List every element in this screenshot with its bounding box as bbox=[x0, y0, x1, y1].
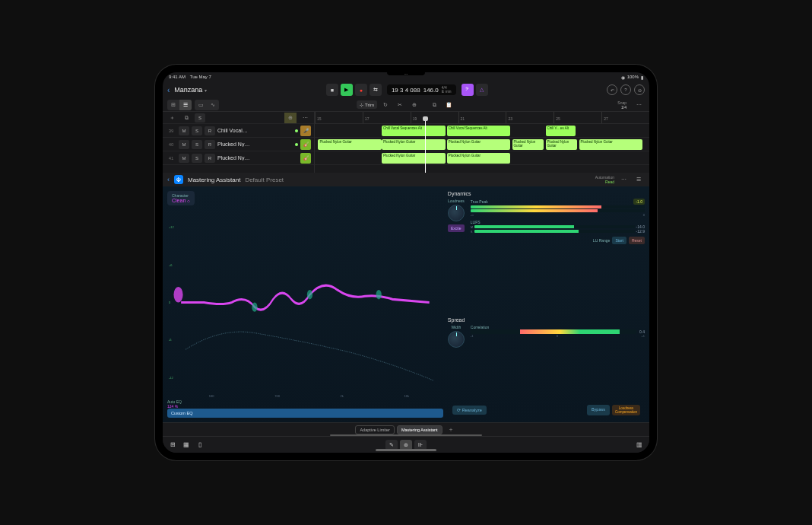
plugin-footer: ⟳Reanalyze Bypass Loudness Compensation bbox=[448, 402, 645, 418]
audio-region[interactable]: Chill Vocal Sequences Alt bbox=[447, 126, 511, 136]
move-tool[interactable]: ⊕ bbox=[408, 100, 420, 110]
solo-button[interactable]: S bbox=[192, 154, 202, 163]
midi-region[interactable]: Plucked Nylon Guitar bbox=[579, 139, 643, 150]
more-button[interactable]: ⋯ bbox=[633, 100, 645, 110]
chevron-down-icon: ▾ bbox=[205, 88, 207, 93]
svg-point-0 bbox=[173, 287, 182, 303]
audio-region[interactable]: Chill Vocal Sequences Alt bbox=[382, 126, 446, 136]
solo-button[interactable]: S bbox=[192, 140, 202, 149]
loudness-comp-button[interactable]: Loudness Compensation bbox=[612, 405, 640, 415]
track-add-region-button[interactable]: ⊕ bbox=[284, 113, 297, 123]
midi-region[interactable]: Plucked Nylon Guitar bbox=[447, 153, 511, 164]
add-plugin-button[interactable]: ＋ bbox=[445, 425, 457, 434]
wifi-icon: ◉ bbox=[621, 75, 625, 80]
plugin-slot[interactable]: Adaptive Limiter bbox=[355, 425, 394, 434]
track-more-button[interactable]: ⋯ bbox=[299, 113, 311, 123]
midi-region[interactable]: Plucked Nylon Guitar bbox=[512, 139, 544, 150]
plugin-back-button[interactable]: ‹ bbox=[167, 176, 170, 183]
help-button[interactable]: ? bbox=[620, 84, 631, 95]
cycle-button[interactable]: ⇆ bbox=[370, 84, 382, 96]
lufs-s-meter bbox=[474, 230, 635, 233]
custom-eq-button[interactable]: Custom EQ bbox=[167, 409, 443, 418]
region-view-button[interactable]: ▭ bbox=[195, 100, 207, 110]
copy-tool[interactable]: ⧉ bbox=[429, 100, 441, 110]
record-arm-button[interactable]: R bbox=[205, 154, 215, 163]
trim-tool[interactable]: ⊹Trim bbox=[357, 100, 377, 109]
plugin-preset[interactable]: Default Preset bbox=[245, 177, 284, 183]
plugin-more-button[interactable]: ⋯ bbox=[617, 174, 630, 185]
automation-view-button[interactable]: ∿ bbox=[207, 100, 219, 110]
midi-region[interactable]: Plucked Nylon Guitar bbox=[546, 139, 578, 150]
project-title[interactable]: Manzana ▾ bbox=[174, 86, 207, 94]
metronome-button[interactable]: △ bbox=[476, 84, 488, 96]
mute-button[interactable]: M bbox=[179, 154, 189, 163]
midi-region[interactable]: Plucked Nylon Guitar bbox=[382, 139, 446, 150]
bypass-button[interactable]: Bypass bbox=[587, 405, 610, 415]
ruler-tick: 23 bbox=[506, 112, 553, 123]
lu-start-button[interactable]: Start bbox=[612, 237, 626, 244]
playhead[interactable] bbox=[425, 119, 426, 173]
solo-button[interactable]: S bbox=[192, 126, 202, 135]
automation-mode[interactable]: Automation Read bbox=[595, 175, 614, 184]
dup-track-button[interactable]: ⧉ bbox=[180, 113, 192, 123]
stop-button[interactable]: ■ bbox=[326, 84, 338, 96]
plugin-title: Mastering Assistant bbox=[188, 177, 240, 183]
midi-region[interactable]: Plucked Nylon Guitar bbox=[382, 153, 446, 164]
mixer-button[interactable]: ▦ bbox=[181, 440, 192, 450]
toolbar: ⊞ ☰ ▭ ∿ ⊹Trim ↻ ✂ ⊕ ⧉ 📋 Snap 1/4 ⋯ bbox=[163, 98, 649, 112]
excite-button[interactable]: Excite bbox=[448, 224, 465, 232]
track-header-controls: ＋ ⧉ S ⊕ ⋯ bbox=[163, 112, 314, 124]
top-nav: ‹ Manzana ▾ ■ ▶ ● ⇆ 19 3 4 088 146.0 4/4… bbox=[163, 81, 649, 98]
home-indicator[interactable] bbox=[376, 449, 436, 451]
keyboard-button[interactable]: ▥ bbox=[634, 440, 645, 450]
record-button[interactable]: ● bbox=[355, 84, 367, 96]
record-arm-button[interactable]: R bbox=[205, 140, 215, 149]
key-display: E min bbox=[442, 90, 452, 94]
eq-graph[interactable]: +12 +6 0 -6 -12 10 bbox=[167, 208, 443, 396]
grid-view-button[interactable]: ⊞ bbox=[167, 100, 179, 110]
reanalyze-button[interactable]: ⟳Reanalyze bbox=[452, 406, 487, 415]
snap-display[interactable]: Snap 1/4 bbox=[617, 100, 626, 110]
timeline[interactable]: 15 17 19 21 23 25 27 Chill Vocal Sequenc… bbox=[315, 112, 649, 173]
record-arm-button[interactable]: R bbox=[205, 126, 215, 135]
add-track-button[interactable]: ＋ bbox=[166, 113, 178, 123]
dynamics-panel: Dynamics Loudness Excite True Peak -1.0 bbox=[448, 191, 645, 314]
ruler[interactable]: 15 17 19 21 23 25 27 bbox=[315, 112, 649, 124]
loudness-label: Loudness bbox=[448, 199, 465, 203]
lcd-display[interactable]: 19 3 4 088 146.0 4/4 E min bbox=[387, 84, 456, 95]
scissors-tool[interactable]: ✂ bbox=[394, 100, 406, 110]
undo-button[interactable]: ↶ bbox=[607, 84, 617, 95]
play-button[interactable]: ▶ bbox=[341, 84, 353, 96]
midi-region[interactable]: Plucked Nylon Guitar bbox=[318, 139, 382, 150]
plugin-power-button[interactable]: ⏻ bbox=[174, 175, 183, 184]
browser-button[interactable]: ⊞ bbox=[167, 440, 178, 450]
notes-button[interactable]: ▯ bbox=[195, 440, 205, 450]
track-row[interactable]: 39 M S R Chill Vocal… 🎤 bbox=[163, 124, 314, 138]
mute-button[interactable]: M bbox=[179, 140, 189, 149]
plugin-slot[interactable]: Mastering Assistant bbox=[397, 425, 442, 434]
track-row[interactable]: 41 M S R Plucked Ny… 🎸 bbox=[163, 151, 314, 165]
plugin-menu-button[interactable]: ☰ bbox=[633, 174, 645, 185]
truepeak-meter bbox=[471, 205, 645, 208]
spread-title: Spread bbox=[448, 317, 645, 323]
width-knob[interactable] bbox=[448, 331, 465, 348]
dynamics-title: Dynamics bbox=[448, 191, 645, 196]
width-label: Width bbox=[451, 325, 461, 329]
count-in-button[interactable]: 𝄢 bbox=[462, 84, 474, 96]
settings-button[interactable]: ⊖ bbox=[634, 84, 645, 95]
loudness-knob[interactable] bbox=[448, 205, 465, 221]
global-solo-button[interactable]: S bbox=[195, 113, 205, 123]
loop-tool[interactable]: ↻ bbox=[379, 100, 392, 110]
paste-tool[interactable]: 📋 bbox=[443, 100, 455, 110]
lu-reset-button[interactable]: Reset bbox=[629, 237, 645, 244]
character-selector[interactable]: Character Clean ◇ bbox=[167, 191, 195, 205]
correlation-meter bbox=[471, 329, 636, 334]
midi-region[interactable]: Plucked Nylon Guitar bbox=[447, 139, 511, 150]
list-view-button[interactable]: ☰ bbox=[179, 100, 192, 110]
track-icon: 🎸 bbox=[300, 139, 311, 150]
track-row[interactable]: 40 M S R Plucked Ny… 🎸 bbox=[163, 138, 314, 151]
mute-button[interactable]: M bbox=[179, 126, 189, 135]
audio-region[interactable]: Chill V…es Alt bbox=[546, 126, 576, 136]
back-button[interactable]: ‹ bbox=[167, 86, 170, 94]
tempo-display: 146.0 bbox=[423, 87, 439, 94]
